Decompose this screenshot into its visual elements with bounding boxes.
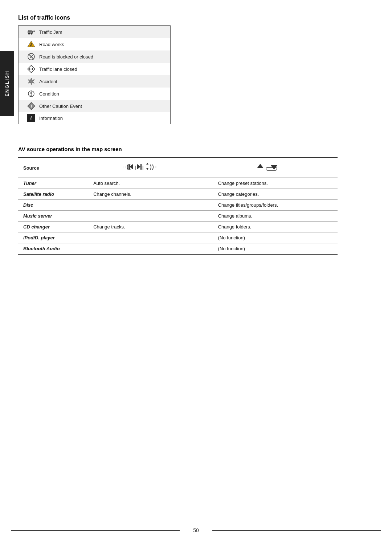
svg-text:): ) (152, 164, 154, 170)
av-section: AV source operations in the map screen S… (18, 146, 392, 255)
svg-text:|: | (135, 165, 136, 170)
svg-text:|: | (142, 165, 143, 170)
svg-text:(: ( (127, 164, 128, 170)
table-row: Bluetooth Audio(No function) (18, 243, 338, 255)
page-number-text: 50 (191, 527, 201, 533)
information-label: Information (39, 116, 63, 121)
svg-rect-23 (140, 164, 142, 170)
svg-point-14 (30, 108, 31, 108)
list-item: Other Caution Event (19, 100, 170, 112)
av-source-cell: Tuner (18, 178, 88, 189)
condition-label: Condition (39, 91, 59, 97)
other-caution-label: Other Caution Event (39, 104, 82, 109)
svg-text:·: · (125, 165, 126, 169)
table-row: iPod/D. player(No function) (18, 232, 338, 243)
list-item: Accident (19, 75, 170, 88)
side-tab: ENGLISH (0, 51, 14, 116)
av-col2-cell: Change tracks. (88, 222, 213, 232)
table-row: DiscChange titles/groups/folders. (18, 200, 338, 211)
svg-marker-31 (257, 164, 264, 168)
svg-text:·: · (123, 165, 124, 169)
av-col2-cell: Change channels. (88, 189, 213, 200)
side-tab-label: ENGLISH (4, 70, 10, 97)
condition-icon (23, 89, 39, 98)
svg-marker-22 (137, 164, 140, 170)
av-table: Source · · ( ( (18, 157, 338, 255)
av-col2-cell: Auto search. (88, 178, 213, 189)
av-col2-cell (88, 232, 213, 243)
av-source-cell: CD changer (18, 222, 88, 232)
info-icon-box: i (27, 114, 35, 122)
road-blocked-label: Road is blocked or closed (39, 54, 93, 60)
list-item: Road works (19, 38, 170, 50)
main-content: List of traffic icons (18, 0, 392, 255)
traffic-section-title: List of traffic icons (18, 15, 392, 21)
av-source-cell: Music server (18, 211, 88, 222)
av-col2-cell (88, 243, 213, 255)
table-row: Music serverChange albums. (18, 211, 338, 222)
svg-point-2 (28, 33, 29, 35)
svg-point-4 (30, 43, 32, 45)
other-caution-icon (23, 102, 39, 110)
svg-rect-1 (29, 30, 31, 32)
page-line-right (212, 530, 381, 531)
svg-marker-25 (146, 163, 148, 165)
accident-icon (23, 77, 39, 86)
traffic-icons-table: Traffic Jam Road works (18, 25, 171, 124)
svg-text:·: · (156, 165, 158, 169)
svg-marker-26 (146, 168, 148, 170)
av-col3-cell: (No function) (213, 243, 338, 255)
svg-rect-20 (128, 164, 130, 170)
av-col3-cell: Change albums. (213, 211, 338, 222)
av-col3-cell: (No function) (213, 232, 338, 243)
table-row: CD changerChange tracks.Change folders. (18, 222, 338, 232)
av-header-col3-icon (213, 158, 338, 178)
traffic-lane-icon (23, 65, 39, 73)
page-number-row: 50 (0, 527, 392, 533)
road-works-icon (23, 40, 39, 49)
list-item: Condition (19, 88, 170, 100)
av-col3-cell: Change preset stations. (213, 178, 338, 189)
list-item: i Information (19, 112, 170, 124)
traffic-jam-label: Traffic Jam (39, 29, 62, 35)
svg-text:·: · (155, 165, 156, 169)
av-col2-cell (88, 211, 213, 222)
list-item: Traffic Jam (19, 26, 170, 38)
av-section-title: AV source operations in the map screen (18, 146, 392, 152)
svg-point-3 (31, 33, 32, 35)
av-source-cell: Bluetooth Audio (18, 243, 88, 255)
list-item: Road is blocked or closed (19, 50, 170, 63)
page-line-left (11, 530, 180, 531)
av-source-cell: Disc (18, 200, 88, 211)
table-row: TunerAuto search.Change preset stations. (18, 178, 338, 189)
svg-text:): ) (150, 164, 152, 170)
table-row: Satellite radioChange channels.Change ca… (18, 189, 338, 200)
av-col3-cell: Change folders. (213, 222, 338, 232)
traffic-jam-icon (23, 28, 39, 36)
svg-marker-10 (28, 78, 34, 85)
accident-label: Accident (39, 79, 57, 84)
av-header-source: Source (18, 158, 88, 178)
av-col3-cell: Change categories. (213, 189, 338, 200)
av-source-cell: iPod/D. player (18, 232, 88, 243)
road-works-label: Road works (39, 42, 64, 47)
road-blocked-icon (23, 52, 39, 61)
av-col2-cell (88, 200, 213, 211)
av-col3-cell: Change titles/groups/folders. (213, 200, 338, 211)
information-icon: i (23, 114, 39, 122)
traffic-section: List of traffic icons (18, 15, 392, 124)
list-item: Traffic lane closed (19, 63, 170, 75)
av-source-cell: Satellite radio (18, 189, 88, 200)
traffic-lane-label: Traffic lane closed (39, 66, 77, 72)
av-header-col2-icon: · · ( ( | (88, 158, 213, 178)
